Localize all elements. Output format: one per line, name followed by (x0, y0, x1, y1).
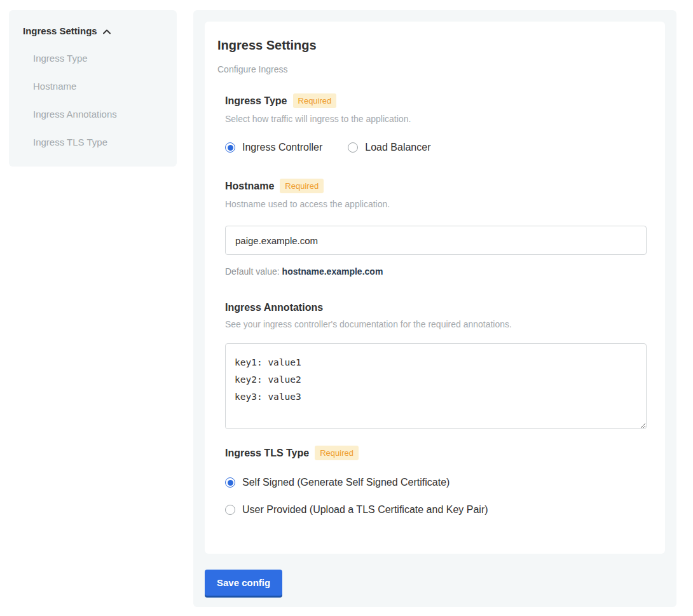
config-main-panel: Ingress Settings Configure Ingress Ingre… (193, 10, 676, 607)
hostname-help: Hostname used to access the application. (225, 199, 646, 209)
save-config-button[interactable]: Save config (205, 570, 282, 596)
sidebar-nav: Ingress Type Hostname Ingress Annotation… (23, 53, 164, 147)
ingress-type-radio-group: Ingress Controller Load Balancer (225, 142, 646, 153)
radio-load-balancer[interactable]: Load Balancer (348, 142, 430, 153)
section-header: Ingress TLS Type Required (225, 446, 646, 460)
radio-label: User Provided (Upload a TLS Certificate … (242, 504, 488, 516)
radio-selected-icon[interactable] (225, 142, 235, 153)
radio-label: Self Signed (Generate Self Signed Certif… (242, 477, 449, 488)
radio-user-provided[interactable]: User Provided (Upload a TLS Certificate … (225, 504, 646, 516)
section-header: Hostname Required (225, 179, 646, 193)
required-badge: Required (315, 446, 359, 460)
radio-unselected-icon[interactable] (348, 142, 358, 153)
annotations-title: Ingress Annotations (225, 302, 323, 313)
section-header: Ingress Type Required (225, 93, 646, 108)
ingress-type-title: Ingress Type (225, 95, 287, 107)
sidebar-group-title: Ingress Settings (23, 25, 97, 36)
default-value: hostname.example.com (282, 266, 383, 277)
radio-ingress-controller[interactable]: Ingress Controller (225, 142, 322, 153)
section-ingress-annotations: Ingress Annotations See your ingress con… (225, 302, 646, 429)
sidebar-group-ingress-settings[interactable]: Ingress Settings (23, 25, 164, 36)
radio-unselected-icon[interactable] (225, 505, 235, 515)
required-badge: Required (293, 93, 337, 108)
tls-type-title: Ingress TLS Type (225, 448, 309, 459)
page-title: Ingress Settings (217, 38, 646, 53)
required-badge: Required (280, 179, 324, 193)
sidebar-item-ingress-annotations[interactable]: Ingress Annotations (33, 109, 164, 120)
hostname-default-line: Default value:hostname.example.com (225, 266, 646, 277)
chevron-up-icon (103, 25, 111, 36)
tls-type-radio-group: Self Signed (Generate Self Signed Certif… (225, 477, 646, 516)
sidebar-item-ingress-tls-type[interactable]: Ingress TLS Type (33, 137, 164, 147)
annotations-help: See your ingress controller's documentat… (225, 319, 646, 329)
hostname-title: Hostname (225, 181, 274, 192)
section-ingress-tls-type: Ingress TLS Type Required Self Signed (G… (225, 446, 646, 516)
radio-label: Load Balancer (365, 142, 430, 153)
sidebar-item-ingress-type[interactable]: Ingress Type (33, 53, 164, 64)
radio-label: Ingress Controller (242, 142, 322, 153)
page-layout: Ingress Settings Ingress Type Hostname I… (0, 0, 693, 616)
radio-self-signed[interactable]: Self Signed (Generate Self Signed Certif… (225, 477, 646, 488)
default-label: Default value: (225, 266, 280, 277)
config-sections: Ingress Type Required Select how traffic… (225, 93, 646, 516)
annotations-textarea[interactable]: key1: value1 key2: value2 key3: value3 (225, 343, 647, 429)
config-nav-sidebar: Ingress Settings Ingress Type Hostname I… (9, 10, 177, 167)
sidebar-item-hostname[interactable]: Hostname (33, 81, 164, 92)
section-ingress-type: Ingress Type Required Select how traffic… (225, 93, 646, 153)
hostname-input[interactable] (225, 226, 647, 255)
section-header: Ingress Annotations (225, 302, 646, 313)
ingress-settings-card: Ingress Settings Configure Ingress Ingre… (205, 22, 665, 554)
page-subtitle: Configure Ingress (217, 64, 646, 74)
radio-selected-icon[interactable] (225, 477, 235, 488)
section-hostname: Hostname Required Hostname used to acces… (225, 179, 646, 277)
ingress-type-help: Select how traffic will ingress to the a… (225, 114, 646, 124)
